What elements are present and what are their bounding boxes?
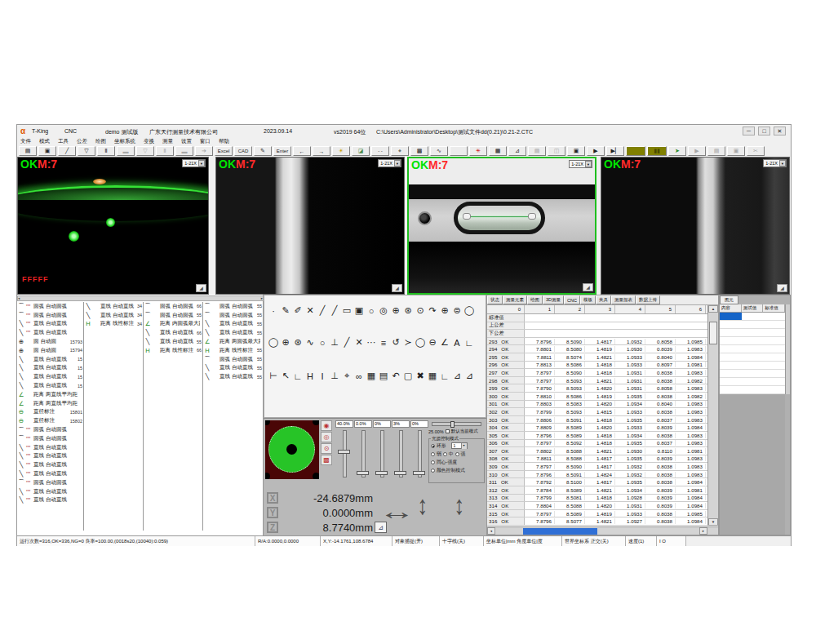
table-row[interactable]: 311OK 7.87928.51001.4817 1.09350.80381.0…: [487, 478, 708, 486]
edge-tool-button[interactable]: Ⅱ: [97, 146, 115, 156]
detail-row[interactable]: [720, 345, 785, 353]
light-slider[interactable]: 3%: [392, 420, 410, 479]
list-item[interactable]: ╲***直线自动直线: [17, 496, 83, 505]
palette-icon[interactable]: ▢: [403, 371, 413, 381]
palette-icon[interactable]: ▦: [428, 371, 437, 381]
list-item[interactable]: ╲***直线自动直线: [17, 452, 83, 461]
brightness-slider[interactable]: [432, 422, 481, 426]
light-mode-icon[interactable]: ⊙: [321, 443, 332, 454]
list-item[interactable]: ╲直线自动直线15: [17, 372, 83, 381]
list-item[interactable]: ⌒***圆弧自动圆弧: [17, 434, 83, 443]
list-item[interactable]: ╲直线自动直线15: [17, 364, 83, 373]
menu-item[interactable]: 绘图: [95, 138, 106, 145]
list-item[interactable]: ╲***直线自动直线: [17, 460, 83, 469]
palette-icon[interactable]: ▤: [379, 371, 388, 381]
palette-icon[interactable]: ◯: [268, 337, 278, 348]
palette-icon[interactable]: ✐: [293, 305, 303, 316]
list-item[interactable]: ⊖直径标注15802: [17, 416, 83, 425]
list-item[interactable]: ╲直线自动直线55: [144, 337, 202, 346]
resize-grip-icon[interactable]: ◢: [196, 284, 206, 292]
list-item[interactable]: ╲***直线自动直线: [17, 469, 83, 478]
palette-icon[interactable]: ○: [366, 306, 376, 316]
list-item[interactable]: ╲直线自动直线15: [17, 381, 83, 390]
camera-view-1[interactable]: OKM:7 1-21X▾ FFFFF ◢: [17, 157, 209, 295]
cut-disabled-button[interactable]: ✂: [747, 146, 765, 156]
scroll-up-icon[interactable]: ▲: [708, 305, 718, 313]
resize-grip-icon[interactable]: ◢: [392, 284, 402, 292]
slider-thumb[interactable]: [450, 421, 455, 428]
palette-icon[interactable]: ⊛: [403, 305, 413, 316]
palette-icon[interactable]: ↷: [428, 305, 437, 316]
menu-item[interactable]: 公差: [77, 138, 87, 145]
play-button[interactable]: ▶: [587, 146, 605, 156]
slider-track[interactable]: [373, 429, 391, 479]
results-tab[interactable]: 数据上传: [636, 295, 660, 304]
palette-icon[interactable]: ⊿: [452, 371, 462, 381]
open3-disabled-button[interactable]: ▣: [727, 146, 745, 156]
palette-icon[interactable]: ∠: [440, 337, 450, 348]
magnification-select[interactable]: 1-21X▾: [182, 159, 206, 167]
weak-radio[interactable]: [431, 452, 435, 456]
plot-button[interactable]: ✎: [254, 146, 272, 156]
close-button[interactable]: ✕: [774, 127, 786, 135]
menu-item[interactable]: 测量: [162, 138, 173, 145]
placeholder2-button[interactable]: ▬: [175, 146, 193, 156]
menu-item[interactable]: 模式: [39, 138, 50, 145]
scroll-left-icon[interactable]: ◂: [18, 296, 20, 300]
results-tab[interactable]: 模板: [580, 295, 596, 304]
light-button[interactable]: ☀: [332, 146, 350, 156]
light-mode-icon[interactable]: ◉: [321, 420, 332, 431]
palette-icon[interactable]: ╱: [330, 305, 339, 316]
palette-icon[interactable]: ▭: [342, 305, 352, 316]
list-item[interactable]: ∠距离两直线平均距: [17, 399, 83, 408]
detail-row[interactable]: [720, 353, 785, 362]
light-slider[interactable]: 0%: [373, 420, 391, 479]
minus-button[interactable]: - -: [371, 146, 389, 156]
palette-icon[interactable]: ·: [268, 306, 278, 316]
slider-track[interactable]: [354, 429, 372, 479]
slider-thumb[interactable]: [413, 471, 425, 475]
results-tab[interactable]: 测量元素: [503, 295, 527, 304]
table-row[interactable]: 300OK 7.88108.50861.4819 1.09350.80381.0…: [487, 393, 708, 401]
list-item[interactable]: ╲直线自动直线34: [84, 311, 143, 320]
list-item[interactable]: ⊖直径标注15801: [17, 408, 83, 417]
scroll-down-icon[interactable]: ▼: [708, 518, 718, 526]
list-item[interactable]: ⌒圆弧自动圆弧55: [144, 311, 202, 320]
detail-row[interactable]: [720, 313, 785, 321]
camera-view-4[interactable]: OKM:7 1-21X▾ ◢: [601, 157, 790, 295]
palette-icon[interactable]: ⊥: [330, 371, 339, 381]
list-item[interactable]: ╲直线自动直线55: [203, 372, 263, 381]
palette-icon[interactable]: ∿: [305, 337, 315, 348]
excel-export-button[interactable]: Excel: [215, 146, 233, 156]
palette-icon[interactable]: ⊕: [281, 337, 290, 348]
list-item[interactable]: ╲直线自动直线55: [203, 328, 263, 337]
save2-disabled-button[interactable]: ▤: [528, 146, 546, 156]
prev-button[interactable]: ←: [293, 146, 311, 156]
table-horizontal-scrollbar[interactable]: ◂ ▸: [487, 526, 718, 535]
slider-thumb[interactable]: [394, 471, 406, 475]
list-item[interactable]: ╲直线自动直线34: [84, 302, 143, 311]
selected-cell[interactable]: [720, 313, 742, 320]
detail-row[interactable]: [720, 386, 785, 394]
table-row[interactable]: 297OK 7.87978.50901.4818 1.09310.80381.0…: [487, 369, 708, 377]
light-mode-icon[interactable]: ◎: [321, 432, 332, 442]
star-button[interactable]: ✳: [469, 146, 487, 156]
menu-item[interactable]: 设置: [181, 138, 192, 145]
palette-icon[interactable]: ∟: [440, 371, 450, 381]
palette-icon[interactable]: Ι: [317, 371, 327, 381]
palette-icon[interactable]: ✕: [305, 305, 315, 316]
scrollbar-thumb[interactable]: [709, 322, 717, 344]
results-tab[interactable]: CNC: [564, 295, 580, 304]
light-slider[interactable]: 40.0%: [335, 420, 353, 479]
resize-grip-icon[interactable]: ◢: [777, 284, 787, 292]
results-tab[interactable]: 3D测量: [543, 295, 564, 304]
edge-disabled-button[interactable]: Ⅱ: [156, 146, 174, 156]
palette-icon[interactable]: ✖: [415, 371, 425, 381]
list-item[interactable]: H距离线性标注34: [84, 320, 143, 329]
image-button[interactable]: ◪: [352, 146, 370, 156]
zoom-tool-button[interactable]: ⌖: [391, 146, 409, 156]
palette-icon[interactable]: ▦: [366, 371, 376, 381]
ring-radio[interactable]: [431, 444, 435, 448]
table-row[interactable]: 305OK 7.87968.50891.4818 1.09340.80381.0…: [487, 432, 708, 440]
palette-icon[interactable]: ▣: [354, 305, 364, 316]
